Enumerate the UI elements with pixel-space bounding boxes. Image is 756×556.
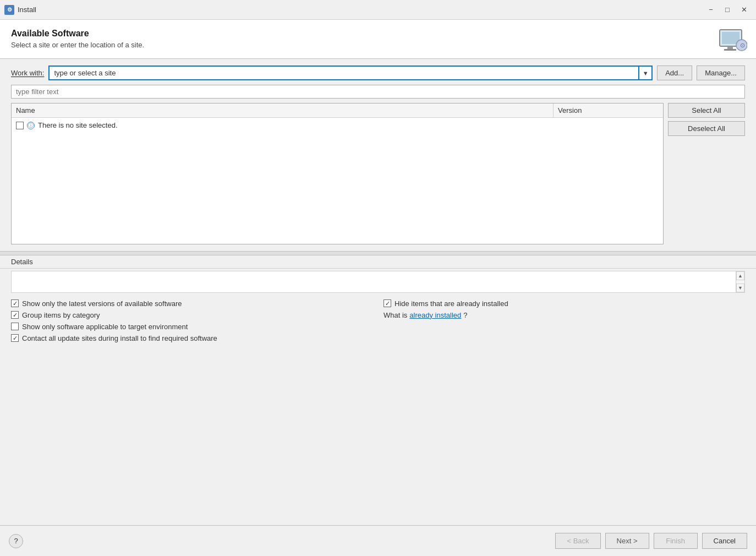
list-body: ⓘ There is no site selected. <box>12 118 663 244</box>
already-installed-link[interactable]: already installed <box>409 311 461 319</box>
site-dropdown-button[interactable]: ▼ <box>639 66 653 80</box>
select-all-button[interactable]: Select All <box>668 103 745 118</box>
details-header: Details <box>0 255 756 269</box>
option-contact-update: ✓ Contact all update sites during instal… <box>11 334 372 342</box>
title-bar-controls: − □ ✕ <box>703 3 752 17</box>
header-subtitle: Select a site or enter the location of a… <box>11 41 144 49</box>
dialog-header: Available Software Select a site or ente… <box>0 20 756 59</box>
sash-divider <box>0 251 756 255</box>
svg-text:⊙: ⊙ <box>740 42 745 48</box>
site-input-container: ▼ <box>48 66 653 80</box>
already-installed-row: What is already installed ? <box>384 311 745 319</box>
back-button[interactable]: < Back <box>555 533 600 549</box>
info-icon: ⓘ <box>27 122 35 129</box>
app-icon: ⚙ <box>4 5 14 15</box>
header-title: Available Software <box>11 29 144 39</box>
details-body: ▲ ▼ <box>11 271 745 293</box>
options-section: ✓ Show only the latest versions of avail… <box>0 295 756 347</box>
footer-buttons: < Back Next > Finish Cancel <box>555 533 747 549</box>
details-section: Details ▲ ▼ <box>0 255 756 295</box>
already-installed-suffix: ? <box>463 311 467 319</box>
option-group-by-category: ✓ Group items by category <box>11 311 372 319</box>
scrollbar-up-button[interactable]: ▲ <box>736 271 744 280</box>
show-applicable-checkbox[interactable] <box>11 323 19 330</box>
help-button[interactable]: ? <box>9 534 23 548</box>
next-button[interactable]: Next > <box>605 533 649 549</box>
contact-update-checkbox[interactable]: ✓ <box>11 334 19 342</box>
scrollbar-down-button[interactable]: ▼ <box>736 284 744 292</box>
details-scrollbar: ▲ ▼ <box>736 271 744 292</box>
work-with-row: Work with: ▼ Add... Manage... <box>11 66 745 80</box>
option-show-latest: ✓ Show only the latest versions of avail… <box>11 299 372 308</box>
footer: ? < Back Next > Finish Cancel <box>0 525 756 556</box>
deselect-all-button[interactable]: Deselect All <box>668 121 745 136</box>
maximize-button[interactable]: □ <box>720 3 735 17</box>
options-right-empty <box>384 323 745 331</box>
header-icon: ⊙ <box>719 29 745 52</box>
option-hide-installed: ✓ Hide items that are already installed <box>384 299 745 308</box>
option-show-applicable: Show only software applicable to target … <box>11 323 372 331</box>
dialog-content: Work with: ▼ Add... Manage... Name Versi… <box>0 59 756 251</box>
filter-input[interactable] <box>11 85 745 99</box>
details-content <box>12 271 736 292</box>
column-name: Name <box>12 103 553 117</box>
show-latest-label: Show only the latest versions of availab… <box>22 299 182 308</box>
group-by-category-checkbox[interactable]: ✓ <box>11 311 19 319</box>
list-item: ⓘ There is no site selected. <box>14 120 661 130</box>
column-version: Version <box>553 103 663 117</box>
svg-rect-2 <box>727 46 733 49</box>
item-checkbox[interactable] <box>16 122 24 129</box>
header-text: Available Software Select a site or ente… <box>11 29 144 49</box>
item-text: There is no site selected. <box>38 121 118 129</box>
show-applicable-label: Show only software applicable to target … <box>22 323 188 331</box>
filter-row <box>11 85 745 99</box>
close-button[interactable]: ✕ <box>736 3 752 17</box>
hide-installed-label: Hide items that are already installed <box>395 299 508 308</box>
site-input[interactable] <box>48 66 639 80</box>
cancel-button[interactable]: Cancel <box>702 533 747 549</box>
already-installed-prefix: What is <box>384 311 407 319</box>
list-header: Name Version <box>12 103 663 118</box>
manage-button[interactable]: Manage... <box>697 66 745 80</box>
side-buttons: Select All Deselect All <box>668 103 745 244</box>
title-bar-title: Install <box>18 6 703 14</box>
minimize-button[interactable]: − <box>703 3 719 17</box>
install-dialog: Available Software Select a site or ente… <box>0 20 756 556</box>
group-by-category-label: Group items by category <box>22 311 100 319</box>
contact-update-label: Contact all update sites during install … <box>22 334 217 342</box>
title-bar: ⚙ Install − □ ✕ <box>0 0 756 20</box>
show-latest-checkbox[interactable]: ✓ <box>11 299 19 307</box>
software-area: Name Version ⓘ There is no site selected… <box>11 103 745 244</box>
software-list: Name Version ⓘ There is no site selected… <box>11 103 664 244</box>
work-with-label: Work with: <box>11 69 44 77</box>
finish-button[interactable]: Finish <box>654 533 698 549</box>
add-button[interactable]: Add... <box>657 66 692 80</box>
svg-rect-3 <box>724 49 736 51</box>
hide-installed-checkbox[interactable]: ✓ <box>384 299 391 307</box>
